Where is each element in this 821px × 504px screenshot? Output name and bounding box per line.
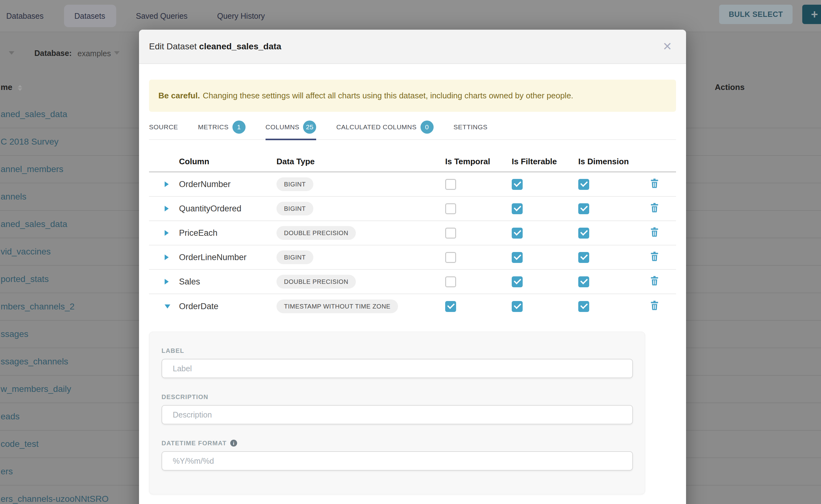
- data-type-pill: DOUBLE PRECISION: [276, 275, 356, 289]
- column-row-OrderNumber: OrderNumberBIGINT: [149, 172, 676, 197]
- data-type-pill: BIGINT: [276, 202, 313, 215]
- warning-banner-bold: Be careful.: [158, 91, 200, 101]
- field-datetime-format: DATETIME FORMATi: [161, 440, 633, 471]
- tab-calculated-columns[interactable]: CALCULATED COLUMNS0: [336, 115, 433, 140]
- temporal-checkbox[interactable]: [445, 228, 456, 239]
- delete-column-icon[interactable]: [651, 303, 658, 312]
- delete-column-icon[interactable]: [651, 278, 658, 287]
- column-row-OrderDate: OrderDateTIMESTAMP WITHOUT TIME ZONE: [149, 294, 676, 319]
- modal-title: Edit Dataset cleaned_sales_data: [149, 42, 281, 52]
- dimension-checkbox[interactable]: [578, 252, 589, 263]
- modal-dataset-name: cleaned_sales_data: [199, 42, 281, 51]
- temporal-checkbox[interactable]: [445, 276, 456, 287]
- field-input[interactable]: [161, 451, 633, 471]
- modal-title-prefix: Edit Dataset: [149, 42, 197, 51]
- modal-header: Edit Dataset cleaned_sales_data ✕: [139, 30, 686, 64]
- delete-column-icon[interactable]: [651, 229, 658, 239]
- field-input[interactable]: [161, 405, 633, 424]
- tab-columns[interactable]: COLUMNS25: [265, 115, 316, 140]
- tab-label: SETTINGS: [454, 123, 488, 131]
- warning-banner: Be careful. Changing these settings will…: [149, 80, 676, 112]
- data-type-pill: BIGINT: [276, 250, 313, 264]
- column-row-PriceEach: PriceEachDOUBLE PRECISION: [149, 221, 676, 245]
- column-name: PriceEach: [179, 228, 276, 238]
- column-name: OrderNumber: [179, 180, 276, 189]
- temporal-checkbox[interactable]: [445, 301, 456, 312]
- tab-count-badge: 0: [421, 121, 434, 134]
- warning-banner-text: Changing these settings will affect all …: [203, 91, 573, 101]
- collapse-row-icon[interactable]: [165, 304, 170, 309]
- tab-settings[interactable]: SETTINGS: [454, 115, 488, 140]
- column-name: QuantityOrdered: [179, 204, 276, 214]
- delete-column-icon[interactable]: [651, 180, 658, 190]
- tab-label: CALCULATED COLUMNS: [336, 123, 417, 131]
- delete-column-icon[interactable]: [651, 205, 658, 214]
- column-row-Sales: SalesDOUBLE PRECISION: [149, 270, 676, 294]
- expand-row-icon[interactable]: [165, 279, 169, 284]
- tab-label: SOURCE: [149, 123, 178, 131]
- data-type-pill: DOUBLE PRECISION: [276, 226, 356, 240]
- tab-metrics[interactable]: METRICS1: [198, 115, 245, 140]
- filterable-checkbox[interactable]: [512, 228, 523, 239]
- column-editor-panel: LABELDESCRIPTIONDATETIME FORMATi: [149, 332, 645, 494]
- column-row-OrderLineNumber: OrderLineNumberBIGINT: [149, 245, 676, 270]
- modal-body: Be careful. Changing these settings will…: [139, 80, 686, 494]
- col-header-is-filterable: Is Filterable: [512, 157, 578, 166]
- expand-row-icon[interactable]: [165, 206, 169, 211]
- expand-row-icon[interactable]: [165, 181, 169, 187]
- dimension-checkbox[interactable]: [578, 228, 589, 239]
- field-input[interactable]: [161, 359, 633, 378]
- col-header-data-type: Data Type: [276, 157, 445, 166]
- filterable-checkbox[interactable]: [512, 301, 523, 312]
- tab-label: METRICS: [198, 123, 229, 131]
- edit-dataset-modal: Edit Dataset cleaned_sales_data ✕ Be car…: [139, 30, 686, 504]
- info-icon[interactable]: i: [230, 440, 237, 447]
- expand-row-icon[interactable]: [165, 254, 169, 260]
- field-label: LABEL: [161, 347, 633, 378]
- close-icon[interactable]: ✕: [660, 39, 675, 54]
- columns-table-header: Column Data Type Is Temporal Is Filterab…: [149, 140, 676, 172]
- column-row-QuantityOrdered: QuantityOrderedBIGINT: [149, 197, 676, 221]
- tab-label: COLUMNS: [265, 123, 299, 131]
- dimension-checkbox[interactable]: [578, 301, 589, 312]
- field-label: DESCRIPTION: [161, 393, 633, 400]
- col-header-is-temporal: Is Temporal: [445, 157, 512, 166]
- tab-count-badge: 25: [303, 121, 316, 134]
- data-type-pill: BIGINT: [276, 177, 313, 191]
- temporal-checkbox[interactable]: [445, 179, 456, 190]
- dimension-checkbox[interactable]: [578, 203, 589, 214]
- expand-row-icon[interactable]: [165, 230, 169, 236]
- column-name: OrderDate: [179, 302, 276, 311]
- dimension-checkbox[interactable]: [578, 179, 589, 190]
- column-name: Sales: [179, 277, 276, 287]
- col-header-column: Column: [179, 157, 276, 166]
- tab-count-badge: 1: [232, 121, 245, 134]
- delete-column-icon[interactable]: [651, 254, 658, 263]
- filterable-checkbox[interactable]: [512, 179, 523, 190]
- dimension-checkbox[interactable]: [578, 276, 589, 287]
- field-description: DESCRIPTION: [161, 393, 633, 424]
- filterable-checkbox[interactable]: [512, 203, 523, 214]
- field-label: DATETIME FORMATi: [161, 440, 633, 447]
- tab-source[interactable]: SOURCE: [149, 115, 178, 140]
- temporal-checkbox[interactable]: [445, 252, 456, 263]
- filterable-checkbox[interactable]: [512, 252, 523, 263]
- field-label: LABEL: [161, 347, 633, 354]
- modal-tabs: SOURCEMETRICS1COLUMNS25CALCULATED COLUMN…: [149, 115, 676, 140]
- data-type-pill: TIMESTAMP WITHOUT TIME ZONE: [276, 299, 398, 313]
- col-header-is-dimension: Is Dimension: [578, 157, 651, 166]
- columns-table: Column Data Type Is Temporal Is Filterab…: [149, 140, 676, 319]
- temporal-checkbox[interactable]: [445, 203, 456, 214]
- column-name: OrderLineNumber: [179, 253, 276, 262]
- filterable-checkbox[interactable]: [512, 276, 523, 287]
